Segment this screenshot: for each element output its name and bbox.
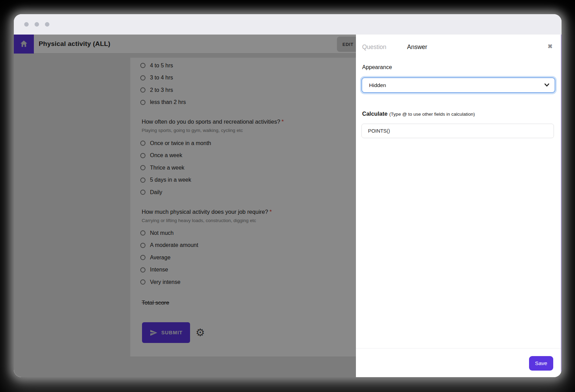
close-icon[interactable]: ✖ [548,43,553,50]
window-title-bar [14,14,562,35]
window-control-dot[interactable] [35,22,39,27]
tab-answer[interactable]: Answer [407,44,427,51]
calculate-input[interactable] [361,124,554,138]
app-viewport: Physical activity (ALL) EDIT 4 to 5 hrs3… [14,35,562,377]
tab-question[interactable]: Question [362,44,386,51]
panel-footer: Save [356,348,561,377]
form-preview-region: Physical activity (ALL) EDIT 4 to 5 hrs3… [14,35,356,377]
window-control-dot[interactable] [24,22,29,27]
calculate-hint: (Type @ to use other fields in calculati… [389,112,475,117]
browser-window: Physical activity (ALL) EDIT 4 to 5 hrs3… [14,14,562,377]
appearance-selected-value: Hidden [369,82,386,88]
appearance-label: Appearance [362,64,392,70]
chevron-down-icon [544,83,549,87]
question-settings-panel: Question Answer ✖ Appearance Hidden Calc… [356,35,562,377]
appearance-select[interactable]: Hidden [361,77,555,93]
calculate-label: Calculate(Type @ to use other fields in … [362,111,475,117]
modal-dim-overlay [14,35,356,377]
window-control-dot[interactable] [45,22,49,27]
save-button[interactable]: Save [529,356,553,371]
